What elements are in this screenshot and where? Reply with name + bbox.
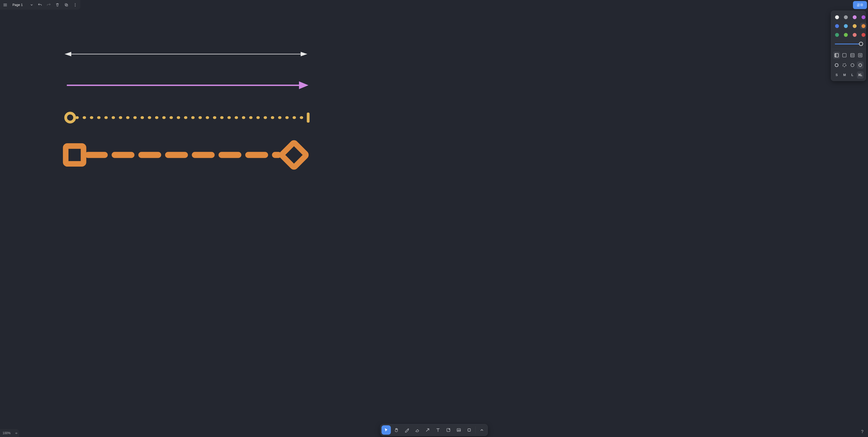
tool-image[interactable] [454,425,464,435]
svg-rect-7 [307,113,310,123]
svg-rect-29 [468,429,470,431]
size-option-l[interactable]: L [849,71,856,79]
svg-point-22 [843,64,846,67]
fill-option-row [833,52,864,59]
svg-marker-2 [301,52,308,56]
opacity-slider[interactable] [833,41,864,46]
svg-point-6 [66,113,74,122]
delete-button[interactable] [53,1,62,9]
color-dot [835,15,839,19]
size-option-m[interactable]: M [841,71,848,79]
share-button[interactable]: 공유 [853,1,867,9]
svg-rect-9 [66,146,84,164]
color-swatch-purple[interactable] [860,14,866,20]
color-dot [853,15,857,19]
more-button[interactable] [71,1,79,9]
stroke-option-dashed[interactable] [841,61,848,69]
stroke-option-dotted[interactable] [849,61,856,69]
toolbar-separator [475,426,476,434]
fill-option-solid[interactable] [841,52,848,59]
size-option-xl[interactable]: XL [857,71,864,79]
color-dot [862,24,865,28]
size-option-s[interactable]: S [833,71,840,79]
color-swatch-green[interactable] [834,32,840,38]
canvas-line-white[interactable] [65,52,307,56]
color-dot [835,24,839,28]
svg-rect-18 [843,54,846,57]
svg-point-28 [458,430,459,430]
zoom-value: 100% [3,431,11,435]
stroke-option-outline[interactable] [857,61,864,69]
color-swatch-pink[interactable] [851,32,858,38]
top-toolbar: Page 1 [0,0,81,9]
duplicate-button[interactable] [62,1,70,9]
canvas-line-purple[interactable] [67,82,309,89]
color-swatch-grid [833,13,864,39]
fill-option-hatch[interactable] [849,52,856,59]
color-dot [853,24,857,28]
canvas [0,0,868,437]
svg-rect-17 [835,54,836,57]
color-dot [844,24,848,28]
tool-arrow[interactable] [423,425,432,435]
opacity-track [835,43,862,45]
page-selector[interactable]: Page 1 [10,1,35,9]
page-label: Page 1 [12,3,23,7]
color-dot [844,15,848,19]
color-swatch-red[interactable] [860,32,866,38]
redo-button[interactable] [44,1,53,9]
tool-select[interactable] [382,425,391,435]
undo-button[interactable] [36,1,44,9]
tool-shape[interactable] [465,425,474,435]
color-dot [862,15,865,19]
fill-option-none[interactable] [833,52,840,59]
svg-rect-10 [281,142,306,167]
canvas-line-orange[interactable] [66,142,306,167]
svg-rect-20 [859,54,862,57]
color-dot [835,33,839,37]
svg-point-23 [851,64,854,67]
chevron-down-icon [30,3,33,6]
svg-point-21 [835,64,838,67]
color-swatch-orange[interactable] [860,23,866,29]
bottom-toolbar [380,424,488,436]
stroke-option-row [833,61,864,69]
svg-rect-11 [65,4,67,6]
zoom-arrows-icon: <> [15,432,17,435]
share-label: 공유 [857,3,863,7]
help-button[interactable]: ? [859,428,866,435]
zoom-indicator[interactable]: 100% <> [0,429,19,437]
tool-hand[interactable] [392,425,401,435]
color-swatch-grey[interactable] [843,14,849,20]
svg-marker-1 [65,52,71,56]
color-dot [853,33,857,37]
opacity-thumb[interactable] [859,42,863,46]
help-label: ? [861,430,864,434]
svg-point-14 [75,4,75,5]
tool-draw[interactable] [402,425,412,435]
tool-more[interactable] [477,425,487,435]
color-swatch-light-blue[interactable] [843,23,849,29]
size-option-row: SMLXL [833,71,864,79]
color-swatch-light-purple[interactable] [851,14,858,20]
tool-text[interactable] [433,425,443,435]
svg-point-15 [75,6,75,6]
stroke-option-solid[interactable] [833,61,840,69]
svg-marker-4 [299,82,309,89]
color-swatch-white[interactable] [834,14,840,20]
color-swatch-blue[interactable] [834,23,840,29]
color-dot [844,33,848,37]
tool-eraser[interactable] [413,425,422,435]
color-swatch-yellow[interactable] [851,23,858,29]
fill-option-grid[interactable] [857,52,864,59]
menu-button[interactable] [1,1,9,9]
svg-point-13 [75,3,75,4]
style-panel: SMLXL [831,11,866,81]
color-swatch-light-green[interactable] [843,32,849,38]
svg-point-25 [859,64,861,66]
canvas-line-yellow[interactable] [66,113,310,123]
color-dot [862,33,865,37]
tool-note[interactable] [444,425,453,435]
svg-rect-12 [66,4,68,6]
